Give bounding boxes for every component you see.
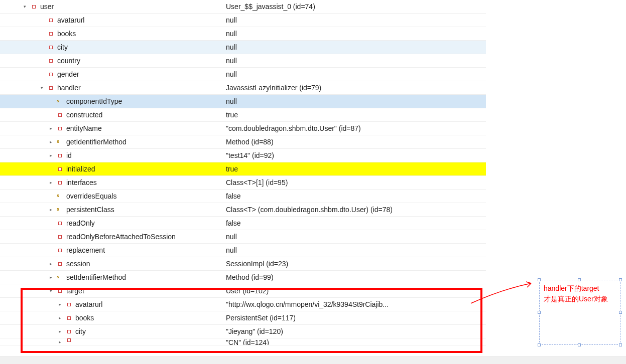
variable-name-cell[interactable]: ▾user (0, 0, 223, 13)
variable-name-cell[interactable]: ▸country (0, 54, 223, 67)
variable-value-cell[interactable]: Method (id=99) (223, 271, 486, 284)
tree-row[interactable]: ▸interfacesClass<T>[1] (id=95) (0, 176, 486, 190)
variable-name-cell[interactable]: ▸entityName (0, 122, 223, 135)
variable-value-cell[interactable]: Method (id=88) (223, 135, 486, 148)
variable-name-cell[interactable]: ▸avatarurl (0, 298, 223, 311)
variable-value-cell[interactable]: "com.doubledragon.shbm.dto.User" (id=87) (223, 122, 486, 135)
chevron-right-icon[interactable]: ▸ (56, 301, 63, 308)
variable-name: setIdentifierMethod (66, 273, 126, 281)
tree-row[interactable]: ▸readOnlyBeforeAttachedToSessionnull (0, 230, 486, 244)
variable-value-cell[interactable]: null (223, 95, 486, 108)
variable-name-cell[interactable]: ▾handler (0, 81, 223, 94)
tree-row[interactable]: ▸persistentClassClass<T> (com.doubledrag… (0, 203, 486, 217)
chevron-right-icon[interactable]: ▸ (47, 138, 54, 145)
tree-row[interactable]: ▸citynull (0, 41, 486, 54)
variable-name-cell[interactable]: ▸overridesEquals (0, 190, 223, 203)
variable-name-cell[interactable]: ▸gender (0, 68, 223, 81)
variable-name-cell[interactable]: ▸id (0, 149, 223, 162)
variable-name-cell[interactable]: ▸city (0, 325, 223, 338)
variable-name-cell[interactable]: ▸componentIdType (0, 95, 223, 108)
variable-value-cell[interactable]: Class<T>[1] (id=95) (223, 176, 486, 189)
variable-name-cell[interactable]: ▸readOnly (0, 217, 223, 230)
tree-row[interactable]: ▸avatarurl"http://wx.qlogo.cn/mmopen/vi_… (0, 298, 486, 311)
variable-value-cell[interactable]: true (223, 162, 486, 175)
variable-value-cell[interactable]: User_$$_javassist_0 (id=74) (223, 0, 486, 13)
tree-row[interactable]: ▸booksnull (0, 27, 486, 41)
variable-value-cell[interactable]: null (223, 68, 486, 81)
variable-value-cell[interactable]: null (223, 14, 486, 27)
chevron-right-icon[interactable]: ▸ (47, 260, 54, 267)
variable-value-cell[interactable]: PersistentSet (id=117) (223, 311, 486, 324)
variable-name-cell[interactable]: ▸getIdentifierMethod (0, 135, 223, 148)
variable-value-cell[interactable]: User (id=102) (223, 284, 486, 297)
variable-value-cell[interactable]: JavassistLazyInitializer (id=79) (223, 81, 486, 94)
variable-value-cell[interactable]: false (223, 217, 486, 230)
variable-value-cell[interactable]: Class<T> (com.doubledragon.shbm.dto.User… (223, 203, 486, 216)
variable-name-cell[interactable]: ▸replacement (0, 244, 223, 257)
field-icon (64, 330, 73, 333)
variable-value-cell[interactable]: false (223, 190, 486, 203)
chevron-down-icon[interactable]: ▾ (38, 84, 45, 91)
chevron-down-icon[interactable]: ▾ (21, 3, 28, 10)
variable-name-cell[interactable]: ▸ (0, 338, 223, 345)
tree-row[interactable]: ▸avatarurlnull (0, 14, 486, 27)
variable-value-cell[interactable]: "http://wx.qlogo.cn/mmopen/vi_32/k9394St… (223, 298, 486, 311)
field-icon (55, 262, 64, 266)
variable-value-cell[interactable]: null (223, 54, 486, 67)
chevron-right-icon[interactable]: ▸ (56, 328, 63, 335)
variable-name-cell[interactable]: ▸avatarurl (0, 14, 223, 27)
tree-row[interactable]: ▸countrynull (0, 54, 486, 68)
chevron-right-icon[interactable]: ▸ (47, 206, 54, 213)
variable-name-cell[interactable]: ▸city (0, 41, 223, 54)
variable-name-cell[interactable]: ▸books (0, 27, 223, 40)
variable-value-cell[interactable]: true (223, 108, 486, 121)
tree-row[interactable]: ▾handlerJavassistLazyInitializer (id=79) (0, 81, 486, 95)
variables-tree[interactable]: ▾userUser_$$_javassist_0 (id=74)▸avataru… (0, 0, 486, 345)
variable-value: User (id=102) (226, 287, 269, 295)
tree-row[interactable]: ▾targetUser (id=102) (0, 284, 486, 298)
tree-row[interactable]: ▸constructedtrue (0, 108, 486, 122)
tree-row[interactable]: ▸initializedtrue (0, 162, 486, 176)
variable-name-cell[interactable]: ▸constructed (0, 108, 223, 121)
chevron-right-icon[interactable]: ▸ (47, 274, 54, 281)
chevron-right-icon[interactable]: ▸ (56, 314, 63, 321)
tree-row[interactable]: ▸overridesEqualsfalse (0, 190, 486, 203)
tree-row[interactable]: ▾userUser_$$_javassist_0 (id=74) (0, 0, 486, 14)
variable-value-cell[interactable]: "CN" (id=124) (223, 338, 486, 345)
tree-row[interactable]: ▸entityName"com.doubledragon.shbm.dto.Us… (0, 122, 486, 135)
tree-row[interactable]: ▸"CN" (id=124) (0, 338, 486, 345)
variable-name-cell[interactable]: ▸persistentClass (0, 203, 223, 216)
variable-name-cell[interactable]: ▸setIdentifierMethod (0, 271, 223, 284)
variable-name-cell[interactable]: ▸interfaces (0, 176, 223, 189)
variable-name-cell[interactable]: ▸session (0, 257, 223, 270)
variable-value-cell[interactable]: "Jieyang" (id=120) (223, 325, 486, 338)
tree-row[interactable]: ▸replacementnull (0, 244, 486, 257)
variable-value-cell[interactable]: null (223, 230, 486, 243)
variable-name-cell[interactable]: ▸initialized (0, 162, 223, 175)
tree-row[interactable]: ▸getIdentifierMethodMethod (id=88) (0, 135, 486, 149)
variable-name-cell[interactable]: ▸readOnlyBeforeAttachedToSession (0, 230, 223, 243)
variable-value-cell[interactable]: null (223, 244, 486, 257)
tree-row[interactable]: ▸setIdentifierMethodMethod (id=99) (0, 271, 486, 284)
chevron-down-icon[interactable]: ▾ (47, 287, 54, 294)
variable-value-cell[interactable]: "test14" (id=92) (223, 149, 486, 162)
chevron-right-icon[interactable]: ▸ (56, 338, 63, 345)
chevron-right-icon[interactable]: ▸ (47, 152, 54, 159)
variable-value-cell[interactable]: null (223, 27, 486, 40)
tree-row[interactable]: ▸gendernull (0, 68, 486, 81)
tree-row[interactable]: ▸id"test14" (id=92) (0, 149, 486, 162)
tree-row[interactable]: ▸city"Jieyang" (id=120) (0, 325, 486, 338)
variable-name-cell[interactable]: ▾target (0, 284, 223, 297)
variable-value: "Jieyang" (id=120) (226, 327, 283, 335)
tree-row[interactable]: ▸readOnlyfalse (0, 217, 486, 230)
field-icon (64, 338, 73, 342)
tree-row[interactable]: ▸booksPersistentSet (id=117) (0, 311, 486, 325)
variable-value-cell[interactable]: null (223, 41, 486, 54)
tree-row[interactable]: ▸sessionSessionImpl (id=23) (0, 257, 486, 271)
variable-name-cell[interactable]: ▸books (0, 311, 223, 324)
chevron-right-icon[interactable]: ▸ (47, 179, 54, 186)
variable-value-cell[interactable]: SessionImpl (id=23) (223, 257, 486, 270)
variable-value: null (226, 246, 237, 254)
tree-row[interactable]: ▸componentIdTypenull (0, 95, 486, 108)
chevron-right-icon[interactable]: ▸ (47, 125, 54, 132)
